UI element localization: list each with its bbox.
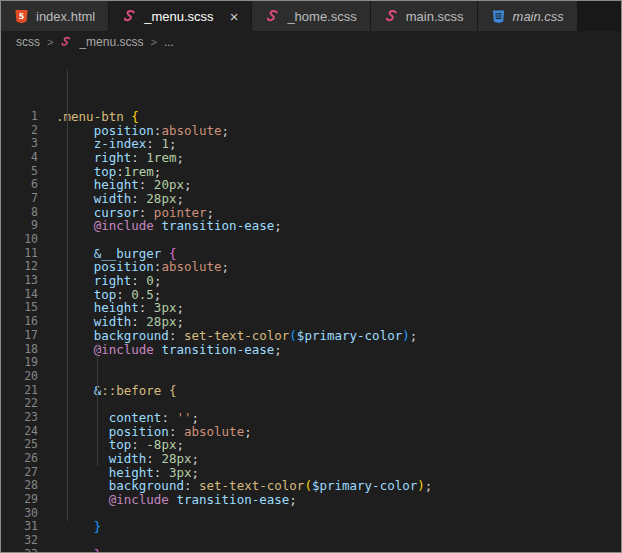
line-number[interactable]: 10 xyxy=(1,233,38,247)
line-number[interactable]: 20 xyxy=(1,370,38,384)
code-text: &::before { xyxy=(38,384,176,398)
breadcrumb-more[interactable]: ... xyxy=(164,35,174,49)
indent-guide xyxy=(97,343,98,466)
code-line[interactable]: 32 xyxy=(1,534,621,548)
code-line[interactable]: 3 z-index: 1; xyxy=(1,137,621,151)
code-line[interactable]: 23 content: ''; xyxy=(1,411,621,425)
sass-icon xyxy=(384,9,399,24)
code-line[interactable]: 10 xyxy=(1,233,621,247)
code-text: } xyxy=(38,548,101,553)
line-number[interactable]: 5 xyxy=(1,165,38,179)
code-line[interactable]: 16 width: 28px; xyxy=(1,315,621,329)
code-text: @include transition-ease; xyxy=(38,219,282,233)
code-line[interactable]: 19 xyxy=(1,356,621,370)
chevron-right-icon: > xyxy=(47,36,53,48)
line-number[interactable]: 33 xyxy=(1,548,38,553)
line-number[interactable]: 1 xyxy=(1,110,38,124)
code-text: height: 20px; xyxy=(38,178,192,192)
line-number[interactable]: 13 xyxy=(1,274,38,288)
code-line[interactable]: 31 } xyxy=(1,520,621,534)
code-line[interactable]: 15 height: 3px; xyxy=(1,301,621,315)
code-line[interactable]: 27 height: 3px; xyxy=(1,466,621,480)
code-text: background: set-text-color($primary-colo… xyxy=(38,479,432,493)
code-line[interactable]: 5 top:1rem; xyxy=(1,165,621,179)
tab-label: main.css xyxy=(513,9,564,24)
line-number[interactable]: 18 xyxy=(1,343,38,357)
code-line[interactable]: 12 position:absolute; xyxy=(1,260,621,274)
line-number[interactable]: 31 xyxy=(1,520,38,534)
code-text xyxy=(38,356,56,370)
tab-home-scss[interactable]: _home.scss xyxy=(252,1,369,31)
code-text: @include transition-ease; xyxy=(38,343,282,357)
code-text xyxy=(38,233,56,247)
editor[interactable]: 1.menu-btn {2 position:absolute;3 z-inde… xyxy=(1,53,621,553)
line-number[interactable]: 15 xyxy=(1,301,38,315)
code-line[interactable]: 21 &::before { xyxy=(1,384,621,398)
code-line[interactable]: 1.menu-btn { xyxy=(1,110,621,124)
code-line[interactable]: 13 right: 0; xyxy=(1,274,621,288)
line-number[interactable]: 4 xyxy=(1,151,38,165)
line-number[interactable]: 28 xyxy=(1,479,38,493)
code-text: height: 3px; xyxy=(38,301,184,315)
code-text: cursor: pointer; xyxy=(38,206,214,220)
line-number[interactable]: 14 xyxy=(1,288,38,302)
breadcrumb: scss > _menu.scss > ... xyxy=(1,31,621,53)
code-line[interactable]: 8 cursor: pointer; xyxy=(1,206,621,220)
code-line[interactable]: 11 &__burger { xyxy=(1,247,621,261)
line-number[interactable]: 25 xyxy=(1,438,38,452)
editor-tab-bar: 5 index.html _menu.scss × _home.scss mai… xyxy=(1,1,621,31)
line-number[interactable]: 30 xyxy=(1,507,38,521)
code-line[interactable]: 20 xyxy=(1,370,621,384)
line-number[interactable]: 27 xyxy=(1,466,38,480)
line-number[interactable]: 23 xyxy=(1,411,38,425)
code-text: &__burger { xyxy=(38,247,176,261)
line-number[interactable]: 12 xyxy=(1,260,38,274)
code-line[interactable]: 30 xyxy=(1,507,621,521)
line-number[interactable]: 9 xyxy=(1,219,38,233)
line-number[interactable]: 6 xyxy=(1,178,38,192)
code-line[interactable]: 17 background: set-text-color($primary-c… xyxy=(1,329,621,343)
line-number[interactable]: 32 xyxy=(1,534,38,548)
line-number[interactable]: 11 xyxy=(1,247,38,261)
line-number[interactable]: 7 xyxy=(1,192,38,206)
line-number[interactable]: 17 xyxy=(1,329,38,343)
close-icon[interactable]: × xyxy=(230,9,239,24)
code-line[interactable]: 26 width: 28px; xyxy=(1,452,621,466)
code-line[interactable]: 14 top: 0.5; xyxy=(1,288,621,302)
line-number[interactable]: 21 xyxy=(1,384,38,398)
code-line[interactable]: 2 position:absolute; xyxy=(1,124,621,138)
line-number[interactable]: 29 xyxy=(1,493,38,507)
code-text: content: ''; xyxy=(38,411,199,425)
line-number[interactable]: 26 xyxy=(1,452,38,466)
code-line[interactable]: 9 @include transition-ease; xyxy=(1,219,621,233)
line-number[interactable]: 19 xyxy=(1,356,38,370)
code-line[interactable]: 24 position: absolute; xyxy=(1,425,621,439)
line-number[interactable]: 3 xyxy=(1,137,38,151)
sass-icon xyxy=(60,36,72,48)
line-number[interactable]: 2 xyxy=(1,124,38,138)
line-number[interactable]: 16 xyxy=(1,315,38,329)
code-line[interactable]: 33 } xyxy=(1,548,621,553)
breadcrumb-folder[interactable]: scss xyxy=(16,35,40,49)
code-line[interactable]: 18 @include transition-ease; xyxy=(1,343,621,357)
code-line[interactable]: 6 height: 20px; xyxy=(1,178,621,192)
code-line[interactable]: 29 @include transition-ease; xyxy=(1,493,621,507)
code-line[interactable]: 4 right: 1rem; xyxy=(1,151,621,165)
line-number[interactable]: 22 xyxy=(1,397,38,411)
tab-label: _home.scss xyxy=(287,9,356,24)
code-line[interactable]: 22 xyxy=(1,397,621,411)
code-text: @include transition-ease; xyxy=(38,493,297,507)
code-line[interactable]: 25 top: -8px; xyxy=(1,438,621,452)
tab-main-scss[interactable]: main.scss xyxy=(371,1,477,31)
code-line[interactable]: 7 width: 28px; xyxy=(1,192,621,206)
code-text: } xyxy=(38,520,101,534)
breadcrumb-file[interactable]: _menu.scss xyxy=(79,35,143,49)
tab-main-css[interactable]: main.css xyxy=(478,1,577,31)
code-text: position: absolute; xyxy=(38,425,252,439)
tab-index-html[interactable]: 5 index.html xyxy=(1,1,108,31)
line-number[interactable]: 24 xyxy=(1,425,38,439)
code-line[interactable]: 28 background: set-text-color($primary-c… xyxy=(1,479,621,493)
tab-menu-scss[interactable]: _menu.scss × xyxy=(109,1,251,31)
code-text: top: -8px; xyxy=(38,438,184,452)
line-number[interactable]: 8 xyxy=(1,206,38,220)
